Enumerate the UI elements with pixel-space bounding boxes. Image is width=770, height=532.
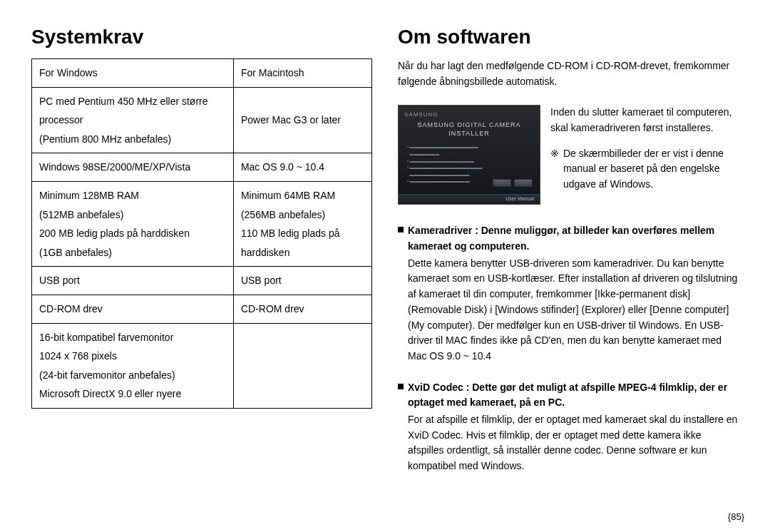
installer-title-line2: INSTALLER [399,130,540,137]
col-windows-header: For Windows [32,59,234,88]
installer-brand-logo: SAMSUNG [404,111,438,118]
installer-bar-text: User Manual [505,196,534,201]
cell-win: CD-ROM drev [32,295,234,323]
bullet-kameradriver: Kameradriver : Denne muliggør, at billed… [398,223,739,364]
screenshot-note: ※ De skærmbilleder der er vist i denne m… [550,146,739,193]
table-row: Windows 98SE/2000/ME/XP/Vista Mac OS 9.0… [32,153,372,182]
cell-mac: USB port [233,267,371,295]
cell-mac: CD-ROM drev [233,295,371,323]
table-row: PC med Pentium 450 MHz eller større proc… [32,87,372,153]
table-row: 16-bit kompatibel farvemonitor 1024 x 76… [32,323,372,408]
square-bullet-icon [398,384,404,389]
square-bullet-icon [398,227,404,232]
installer-row: SAMSUNG SAMSUNG DIGITAL CAMERA INSTALLER… [398,105,739,205]
installer-bottom-bar: User Manual [399,194,540,204]
bullet-body: Dette kamera benytter USB-driveren som k… [408,256,739,364]
system-requirements-table: For Windows For Macintosh PC med Pentium… [31,58,372,409]
bullet-lead: XviD Codec : Dette gør det muligt at afs… [408,380,739,411]
intro-text: Når du har lagt den medfølgende CD-ROM i… [398,58,739,89]
installer-title-line1: SAMSUNG DIGITAL CAMERA [399,121,540,128]
manual-page: Systemkrav For Windows For Macintosh PC … [0,0,770,532]
heading-om-softwaren: Om softwaren [398,26,739,48]
installer-install-button-icon [493,179,511,187]
installer-side-text: Inden du slutter kameraet til computeren… [550,105,739,192]
table-row: USB port USB port [32,267,372,295]
installer-exit-button-icon [514,179,533,187]
bullet-body: For at afspille et filmklip, der er opta… [408,412,739,474]
cell-win: 16-bit kompatibel farvemonitor 1024 x 76… [32,323,234,408]
page-number: {85} [728,511,744,522]
cell-mac: Power Mac G3 or later [233,87,371,153]
bullet-xvid-codec: XviD Codec : Dette gør det muligt at afs… [398,380,739,474]
table-row: CD-ROM drev CD-ROM drev [32,295,372,323]
note-text: De skærmbilleder der er vist i denne man… [563,146,739,193]
right-column: Om softwaren Når du har lagt den medfølg… [385,26,744,525]
table-row: Minimum 128MB RAM (512MB anbefales) 200 … [32,181,372,266]
reference-mark-icon: ※ [550,146,559,193]
cell-mac [233,323,371,408]
cell-mac: Minimum 64MB RAM (256MB anbefales) 110 M… [233,181,371,266]
heading-systemkrav: Systemkrav [31,26,372,48]
col-macintosh-header: For Macintosh [233,59,371,88]
cell-win: PC med Pentium 450 MHz eller større proc… [32,87,234,153]
bullet-lead: Kameradriver : Denne muliggør, at billed… [408,223,739,254]
table-header-row: For Windows For Macintosh [32,59,372,88]
cell-win: USB port [32,267,234,295]
cell-win: Minimum 128MB RAM (512MB anbefales) 200 … [32,181,234,266]
installer-screenshot: SAMSUNG SAMSUNG DIGITAL CAMERA INSTALLER… [398,105,540,205]
cell-win: Windows 98SE/2000/ME/XP/Vista [32,153,234,182]
side-text-line: Inden du slutter kameraet til computeren… [550,106,732,133]
cell-mac: Mac OS 9.0 ~ 10.4 [233,153,371,182]
left-column: Systemkrav For Windows For Macintosh PC … [26,26,385,525]
installer-buttons [493,179,533,187]
